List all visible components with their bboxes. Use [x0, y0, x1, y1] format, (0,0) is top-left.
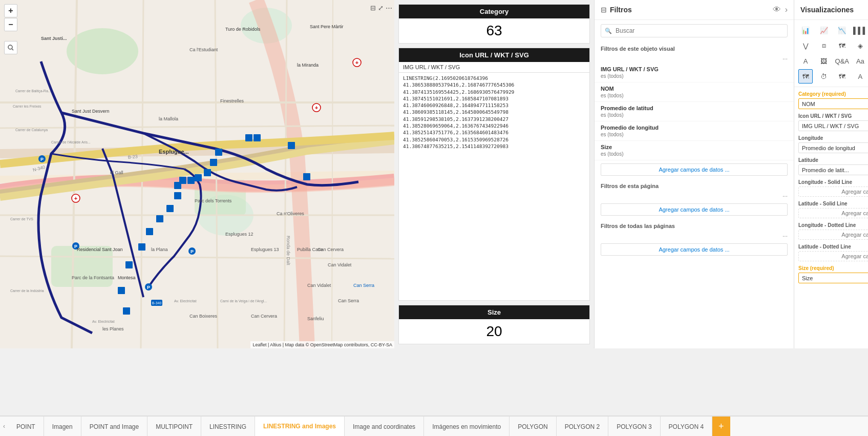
tab-image-and-coordinates[interactable]: Image and coordinates — [345, 417, 424, 436]
tab-linestring[interactable]: LINESTRING — [201, 417, 255, 436]
viz-icon-narr[interactable]: Aa — [853, 54, 867, 68]
longitude-solid-field-label: Longitude - Solid Line — [798, 179, 868, 185]
vis-object-filters-more[interactable]: ... — [782, 54, 788, 61]
viz-icon-line-chart[interactable]: 📈 — [817, 23, 831, 37]
viz-icon-qa[interactable]: Q&A — [835, 54, 849, 68]
viz-fields: Category (required) NOM ∨ × Icon URL / W… — [794, 87, 868, 292]
svg-text:+: + — [315, 105, 318, 111]
wkt-content[interactable]: LINESTRING(2.169502061876439641.38653888… — [399, 73, 589, 175]
svg-rect-33 — [123, 307, 130, 315]
filter-item[interactable]: Promedio de longitud es (todos) — [595, 121, 794, 141]
add-fields-button-3[interactable]: Agregar campos de datos ... — [601, 243, 788, 256]
filter-item[interactable]: Promedio de latitud es (todos) — [595, 102, 794, 121]
svg-text:Camí de la Veiga i de l'Angl..: Camí de la Veiga i de l'Angl... — [220, 299, 267, 303]
svg-text:Carrer de TVS: Carrer de TVS — [10, 217, 33, 221]
filter-item[interactable]: NOM es (todos) — [595, 82, 794, 102]
tab-imágenes-en-movimiento[interactable]: Imágenes en movimiento — [424, 417, 510, 436]
viz-icon-shape-map[interactable]: ◈ — [853, 38, 867, 53]
svg-rect-20 — [210, 159, 217, 166]
svg-text:+: + — [74, 195, 77, 201]
filters-search: 🔍 — [601, 24, 788, 37]
map-filter-icon[interactable]: ⊟ — [370, 4, 376, 12]
svg-rect-25 — [174, 182, 181, 189]
zoom-in-button[interactable]: + — [4, 4, 17, 17]
category-field-value: NOM — [802, 101, 868, 107]
filters-eye-icon[interactable]: 👁 — [773, 5, 781, 14]
svg-text:Can Serra: Can Serra — [353, 283, 374, 288]
svg-rect-31 — [125, 261, 133, 268]
tab-polygon-2[interactable]: POLYGON 2 — [557, 417, 608, 436]
viz-icons-grid: 📊 📈 📉 ▌▌▌ ◔ ⁘ ⊞ ⊡ ⋁ ⧈ 🗺 ◈ ⊙ ▭ ⇧ ≡ A 🖼 Q&… — [794, 20, 868, 87]
map-container[interactable]: + + + P P P P Sant Justi... Sant Just De… — [0, 0, 394, 348]
wkt-line: 41.38746060926848,2.1648947711158253 — [403, 102, 585, 109]
wkt-card: Icon URL / WKT / SVG IMG URL / WKT / SVG… — [398, 48, 590, 301]
latitude-field-box[interactable]: Promedio de latit... ∨ × — [798, 164, 868, 175]
svg-text:Sant Just Desvern: Sant Just Desvern — [72, 109, 110, 114]
svg-text:la Mallola: la Mallola — [159, 116, 178, 121]
viz-icon-text[interactable]: A — [798, 54, 813, 68]
filters-expand-icon[interactable]: › — [785, 5, 788, 14]
viz-icon-custom2[interactable]: ⏱ — [817, 69, 831, 84]
zoom-out-button[interactable]: − — [4, 18, 17, 31]
svg-text:P: P — [190, 249, 194, 254]
latitude-field-label: Latitude — [798, 157, 868, 163]
svg-text:+: + — [355, 59, 358, 66]
wkt-line: 41.3865388805379416,2.1687467776545306 — [403, 81, 585, 88]
longitude-field-box[interactable]: Promedio de longitud ∨ × — [798, 142, 868, 153]
bottom-tabs: ‹ POINTImagenPOINT and ImageMULTIPOINTLI… — [0, 416, 868, 436]
wkt-line: 41.3874135169554425,2.1686930576479929 — [403, 89, 585, 95]
tab-nav-left[interactable]: ‹ — [0, 423, 8, 430]
tab-add-button[interactable]: + — [712, 416, 730, 436]
wkt-line: 41.38525143751776,2.1635684601483476 — [403, 129, 585, 136]
longitude-dotted-add[interactable]: Agregar campos de a... — [798, 230, 868, 240]
size-required-field-row: Size (required) Size ∨ × — [798, 265, 868, 283]
tab-polygon[interactable]: POLYGON — [510, 417, 556, 436]
viz-icon-custom1[interactable]: 🗺 — [798, 69, 813, 84]
tab-imagen[interactable]: Imagen — [44, 417, 81, 436]
viz-icon-funnel[interactable]: ⋁ — [798, 38, 813, 53]
viz-icon-area-chart[interactable]: 📉 — [835, 23, 849, 37]
filters-panel: ⊟ Filtros 👁 › 🔍 Filtros de este objeto v… — [594, 0, 794, 348]
tab-point[interactable]: POINT — [8, 417, 44, 436]
map-more-icon[interactable]: ⋯ — [386, 4, 392, 12]
add-fields-button-2[interactable]: Agregar campos de datos ... — [601, 203, 788, 216]
viz-icon-custom3[interactable]: 🗺 — [835, 69, 849, 84]
latitude-solid-add[interactable]: Agregar campos de a... — [798, 208, 868, 218]
tab-polygon-3[interactable]: POLYGON 3 — [608, 417, 660, 436]
filter-item-sub: es (todos) — [601, 93, 788, 98]
tab-multipoint[interactable]: MULTIPOINT — [147, 417, 201, 436]
map-expand-icon[interactable]: ⤢ — [378, 4, 384, 12]
svg-text:Parc dels Torrents: Parc dels Torrents — [195, 198, 232, 203]
filter-item[interactable]: Size es (todos) — [595, 141, 794, 160]
viz-icon-custom4[interactable]: A — [853, 69, 867, 84]
svg-rect-18 — [245, 134, 252, 141]
icon-url-field-box[interactable]: IMG URL / WKT / SVG ∨ × — [798, 120, 868, 131]
page-filters-title: Filtros de esta página — [595, 179, 794, 191]
viz-icon-column-chart[interactable]: ▌▌▌ — [853, 23, 867, 37]
latitude-dotted-add[interactable]: Agregar campos de a... — [798, 251, 868, 261]
svg-text:P: P — [147, 285, 150, 290]
add-fields-button-1[interactable]: Agregar campos de datos ... — [601, 163, 788, 176]
viz-icon-image[interactable]: 🖼 — [817, 54, 831, 68]
viz-icon-bar-chart[interactable]: 📊 — [798, 23, 813, 37]
category-field-box[interactable]: NOM ∨ × — [798, 98, 868, 109]
filter-item[interactable]: IMG URL / WKT / SVG es (todos) — [595, 63, 794, 82]
map-search-button[interactable] — [4, 41, 17, 54]
viz-icon-treemap[interactable]: ⧈ — [817, 38, 831, 53]
viz-icon-map[interactable]: 🗺 — [835, 38, 849, 53]
filters-search-input[interactable] — [601, 24, 788, 37]
longitude-solid-add[interactable]: Agregar campos de a... — [798, 186, 868, 197]
svg-text:B-340: B-340 — [152, 301, 162, 305]
tab-polygon-4[interactable]: POLYGON 4 — [661, 417, 712, 436]
tab-point-and-image[interactable]: POINT and Image — [81, 417, 148, 436]
tab-linestring-and-images[interactable]: LINESTRING and Images — [255, 416, 345, 436]
wkt-line: LINESTRING(2.1695020618764396 — [403, 75, 585, 81]
page-filters-more[interactable]: ... — [782, 191, 788, 198]
svg-text:Carrer les Freixes: Carrer les Freixes — [13, 105, 41, 108]
longitude-dotted-field-label: Longitude - Dotted Line — [798, 222, 868, 228]
size-required-field-box[interactable]: Size ∨ × — [798, 273, 868, 283]
all-pages-filters-more[interactable]: ... — [782, 231, 788, 238]
svg-point-1 — [67, 28, 138, 74]
svg-text:Residencial Sant Joan: Residencial Sant Joan — [77, 247, 123, 252]
svg-text:Esplugues 13: Esplugues 13 — [251, 247, 279, 252]
